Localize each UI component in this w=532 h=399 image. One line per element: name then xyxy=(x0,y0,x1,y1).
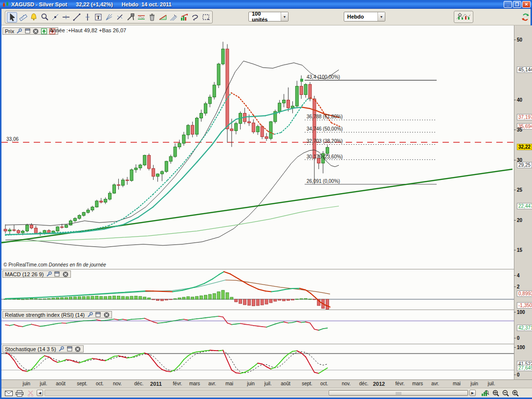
fib-level-label: 36,788 (61,80%) xyxy=(307,114,343,119)
scroll-left-button[interactable]: ◀ xyxy=(37,390,43,396)
chart-area[interactable] xyxy=(1,25,514,379)
right-axis[interactable]: 5045,1444037,19735,6943532,223029,252522… xyxy=(514,25,532,379)
date-axis[interactable]: juinjuil.aoûtsept.oct.nov.déc.2011févr.m… xyxy=(1,379,532,388)
triangle-pattern-icon xyxy=(158,13,167,22)
chevron-down-icon[interactable]: ▼ xyxy=(281,12,288,21)
tool-pitchfork-button[interactable] xyxy=(168,12,178,22)
print-icon[interactable] xyxy=(15,389,24,397)
axis-label-rsi: 42,371 xyxy=(517,325,532,331)
settings-wrench-icon[interactable] xyxy=(87,311,93,318)
chevron-down-icon[interactable]: ▼ xyxy=(377,12,385,21)
tool-lasso-button[interactable] xyxy=(190,12,200,22)
price-chart-canvas[interactable] xyxy=(1,25,514,269)
close-panel-icon[interactable] xyxy=(62,271,68,277)
tool-trend-line-button[interactable] xyxy=(71,12,82,22)
tool-text-button[interactable]: T xyxy=(93,12,103,22)
tool-segment-cross-button[interactable] xyxy=(114,12,125,22)
fib-level-label: 43,4 (100,00%) xyxy=(307,74,340,80)
settings-wrench-icon[interactable] xyxy=(58,346,65,352)
delete-icon xyxy=(148,13,156,22)
settings-wrench-icon[interactable] xyxy=(45,271,52,277)
chart-scrollbar[interactable] xyxy=(44,390,468,396)
support-resistance-icon xyxy=(137,13,146,22)
tool-pointer-button[interactable] xyxy=(7,12,17,22)
year-label: 2012 xyxy=(369,381,389,387)
tool-fan-lines-button[interactable] xyxy=(104,12,114,22)
tool-zoom-box-button[interactable] xyxy=(200,12,211,22)
segment-cross-icon xyxy=(115,13,124,22)
tool-vertical-line-button[interactable] xyxy=(82,12,92,22)
macd-label: MACD (12 26 9) xyxy=(5,271,44,277)
tool-chart-annotation-button[interactable] xyxy=(179,12,189,22)
restore-button[interactable]: ❐ xyxy=(513,1,521,8)
pointer-icon xyxy=(8,13,17,22)
timeframe-dropdown[interactable]: Hebdo ▼ xyxy=(344,12,385,22)
axis-label-price: 25 xyxy=(517,187,522,193)
lasso-icon xyxy=(191,13,200,22)
dot-marker-icon xyxy=(51,13,60,22)
month-label: déc. xyxy=(129,381,149,386)
drawing-toolbar: T 100 unités ▼ Hebdo ▼ xyxy=(1,9,531,25)
stoch-panel-header: Stochastique (14 3 5) xyxy=(2,345,84,353)
zoom-fit-icon[interactable] xyxy=(491,389,500,397)
zoom-in-icon[interactable] xyxy=(511,389,520,397)
axis-label-macd: 2 xyxy=(517,284,520,289)
text-icon: T xyxy=(94,13,103,22)
close-panel-icon[interactable] xyxy=(75,346,81,352)
app-window: XAGUSD - Silver Spot 32,22 (+1,42%) Hebd… xyxy=(0,0,532,399)
tool-drawing-tools-button[interactable] xyxy=(125,12,135,22)
app-icon xyxy=(2,1,9,7)
month-label: sept. xyxy=(72,381,92,386)
tool-triangle-pattern-button[interactable] xyxy=(157,12,168,22)
tool-horizontal-line-button[interactable] xyxy=(61,12,71,22)
scrollbar-thumb[interactable] xyxy=(329,390,468,396)
tool-ruler-button[interactable] xyxy=(18,12,28,22)
chart-type-button[interactable] xyxy=(454,11,473,23)
panel-separator xyxy=(1,269,532,269)
detach-window-icon[interactable] xyxy=(66,346,73,352)
rsi-label: Relative strength index (RSI) (14) xyxy=(5,312,85,318)
axis-label-price: 40 xyxy=(517,97,522,103)
axis-label-price: 45,144 xyxy=(517,66,532,73)
zoom-out-icon[interactable] xyxy=(501,389,510,397)
cut-icon[interactable] xyxy=(26,389,35,397)
month-label: mars xyxy=(408,381,427,386)
title-period: Hebdo 14 oct. 2011 xyxy=(122,1,172,7)
minimize-button[interactable]: _ xyxy=(504,1,512,8)
settings-wrench-icon[interactable] xyxy=(16,28,22,34)
zoom-data-icon[interactable] xyxy=(481,389,489,397)
move-panel-up-icon[interactable] xyxy=(41,28,47,34)
units-dropdown-value: 100 unités xyxy=(249,11,281,22)
refresh-data-icon[interactable] xyxy=(522,13,530,22)
detach-window-icon[interactable] xyxy=(24,28,31,34)
tool-alerts-button[interactable] xyxy=(28,12,39,22)
month-label: mars xyxy=(185,381,204,386)
tool-support-resistance-button[interactable] xyxy=(136,12,146,22)
axis-label-price: 50 xyxy=(517,37,522,43)
titlebar[interactable]: XAGUSD - Silver Spot 32,22 (+1,42%) Hebd… xyxy=(0,0,532,9)
detach-window-icon[interactable] xyxy=(54,271,60,277)
axis-label-price: 20 xyxy=(517,218,522,223)
fib-level-label: 26,091 (0,00%) xyxy=(307,178,340,184)
month-label: juil. xyxy=(258,381,278,386)
detach-window-icon[interactable] xyxy=(95,311,101,318)
month-label: juil. xyxy=(34,381,53,386)
mail-icon[interactable] xyxy=(4,389,13,397)
vertical-line-icon xyxy=(83,13,92,22)
tool-dot-marker-button[interactable] xyxy=(50,12,60,22)
axis-label-price: 35 xyxy=(517,127,522,133)
month-label: nov. xyxy=(108,381,127,386)
tool-magnifier-button[interactable] xyxy=(39,12,49,22)
macd-chart-canvas[interactable] xyxy=(1,270,514,310)
tool-delete-button[interactable] xyxy=(147,12,157,22)
axis-label-macd: 4 xyxy=(517,273,520,278)
units-dropdown[interactable]: 100 unités ▼ xyxy=(248,12,288,22)
close-panel-icon[interactable] xyxy=(103,311,110,318)
month-label: juin xyxy=(465,381,484,386)
scroll-right-button[interactable]: ▶ xyxy=(469,390,476,396)
month-label: août xyxy=(276,381,295,386)
month-label: août xyxy=(51,381,70,386)
close-button[interactable]: ✕ xyxy=(522,1,531,8)
close-panel-icon[interactable] xyxy=(33,28,39,34)
status-bar: ◀ ▶ xyxy=(1,388,532,398)
